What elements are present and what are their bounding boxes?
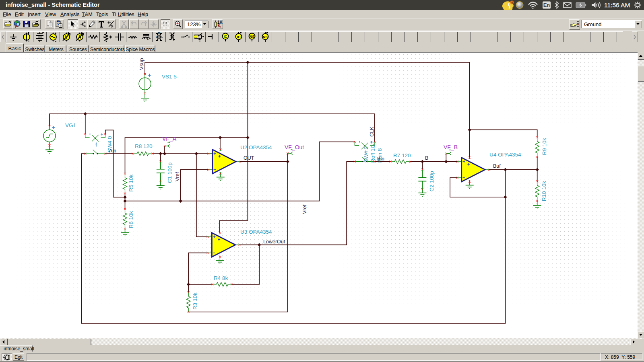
svg-text:IC: IC: [224, 35, 228, 39]
svg-text:L: L: [156, 35, 157, 38]
svg-text:VS1 5: VS1 5: [162, 74, 177, 80]
svg-text:1K: 1K: [217, 20, 223, 25]
svg-text:R6 10k: R6 10k: [128, 211, 134, 228]
svg-text:CLK: CLK: [369, 126, 375, 137]
svg-text:En: En: [543, 2, 550, 8]
svg-text:R4 8k: R4 8k: [214, 275, 228, 281]
svg-text:R5 10k: R5 10k: [128, 174, 134, 191]
svg-text:OUT: OUT: [244, 155, 254, 161]
svg-text:Bin: Bin: [377, 156, 384, 162]
svg-text:NS: NS: [263, 35, 268, 39]
svg-text:R10 10k: R10 10k: [541, 181, 547, 201]
svg-text:LowerOut: LowerOut: [263, 239, 285, 245]
svg-text:U2 OPA4354: U2 OPA4354: [240, 144, 272, 150]
svg-text:C2 100p: C2 100p: [429, 171, 435, 191]
svg-text:Vref: Vref: [174, 172, 180, 181]
svg-text:VF_B: VF_B: [444, 144, 458, 150]
svg-text:VG1: VG1: [65, 122, 76, 128]
svg-text:R3 10k: R3 10k: [192, 292, 198, 310]
svg-text:IC: IC: [237, 35, 241, 39]
svg-text:VF_A: VF_A: [162, 136, 177, 142]
svg-text:SW4 0: SW4 0: [363, 146, 369, 163]
svg-text:Buf: Buf: [493, 163, 501, 169]
svg-text:R8 120: R8 120: [135, 143, 153, 149]
svg-text:L: L: [161, 35, 163, 38]
svg-text:U4 OPA4354: U4 OPA4354: [489, 152, 521, 158]
svg-text:VF_Out: VF_Out: [285, 144, 304, 150]
svg-text:Roff 1G: Roff 1G: [370, 144, 376, 162]
svg-text:R9 10k: R9 10k: [541, 138, 547, 155]
svg-text:Vref: Vref: [301, 204, 308, 214]
svg-text:B: B: [425, 155, 428, 161]
svg-text:C1 100p: C1 100p: [167, 162, 173, 183]
svg-text:Ain: Ain: [109, 148, 116, 154]
svg-text:R7 120: R7 120: [393, 152, 411, 158]
svg-text:Vsup: Vsup: [138, 58, 144, 70]
svg-text:U3 OPA4354: U3 OPA4354: [240, 229, 272, 235]
svg-text:11:56 AM: 11:56 AM: [604, 2, 630, 8]
svg-text:NS: NS: [250, 35, 254, 39]
